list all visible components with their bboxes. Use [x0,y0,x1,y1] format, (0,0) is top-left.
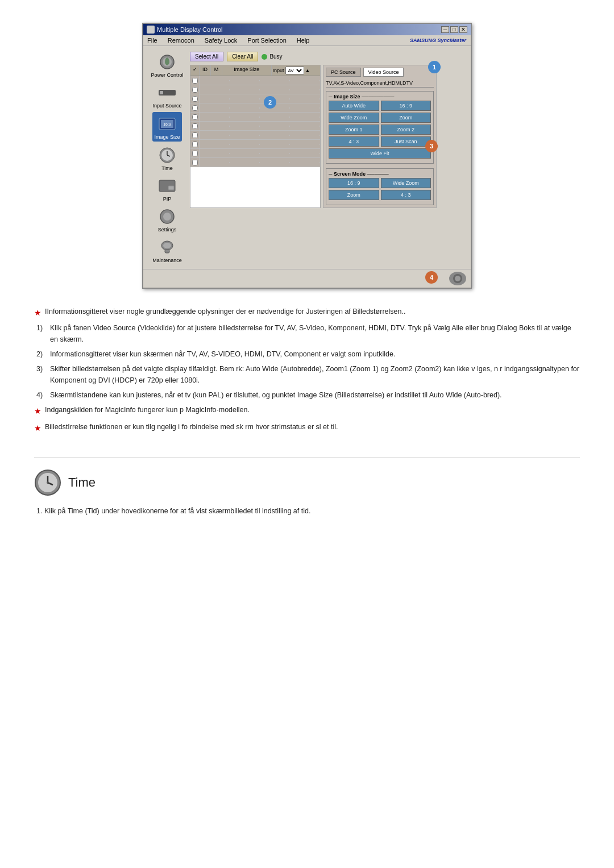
table-row [190,94,320,103]
settings-label: Settings [158,227,177,232]
time-icon [34,469,61,496]
screen-4-3-button[interactable]: 4 : 3 [381,190,432,200]
star-symbol-2: ★ [34,422,42,434]
row-checkbox[interactable] [192,151,198,156]
pc-source-tab[interactable]: PC Source [326,68,361,77]
image-size-buttons: Auto Wide 16 : 9 Wide Zoom Zoom Zoom 1 Z… [329,101,431,159]
row-checkbox[interactable] [192,132,198,138]
row-checkbox[interactable] [192,142,198,147]
busy-dot [262,54,267,60]
table-row [190,113,320,122]
app-window: Multiple Display Control ─ □ ✕ File Remo… [142,23,472,289]
row-checkbox[interactable] [192,123,198,129]
badge-1: 1 [428,61,441,73]
row-checkbox[interactable] [192,87,198,93]
instruction-text-3: Skifter billedstørrelsen på det valgte d… [50,363,580,386]
star-symbol: ★ [34,306,42,319]
image-size-section: ─ Image Size ───────── 3 Auto Wide 16 : … [326,91,434,164]
star-item-2: ★ BilledstIrrelse funktionen er kun tilg… [34,421,580,434]
zoom1-button[interactable]: Zoom 1 [329,124,379,135]
time-label: Time [161,165,173,171]
svg-text:16:9: 16:9 [163,122,171,126]
menu-port-selection[interactable]: Port Selection [246,36,288,44]
status-bar [143,269,471,288]
zoom2-button[interactable]: Zoom 2 [381,124,432,135]
menu-help[interactable]: Help [295,36,312,44]
menu-file[interactable]: File [146,36,159,44]
screen-mode-label: ─ Screen Mode ────── [329,171,431,177]
table-row [190,122,320,131]
ratio-16-9-button[interactable]: 16 : 9 [381,101,432,111]
wide-fit-button[interactable]: Wide Fit [329,148,431,159]
badge-4: 4 [425,271,438,284]
table-row [190,85,320,94]
star-item-1: ★ Indgangskilden for MagicInfo fungerer … [34,404,580,417]
intro-star-item: ★ IInformationsgitteret viser nogle grun… [34,306,580,319]
sidebar-item-time[interactable]: Time [156,144,179,172]
sidebar-item-imagesize[interactable]: 16:9 Image Size [152,112,181,142]
video-source-tab[interactable]: Video Source [363,68,404,77]
pip-icon [157,176,177,196]
time-icon-sidebar [157,145,177,165]
svg-point-16 [163,243,171,248]
time-section: Time 1. Klik på Time (Tid) under hovedik… [34,457,580,517]
row-checkbox[interactable] [192,114,198,120]
svg-point-14 [163,213,171,221]
num-4: 4) [36,389,47,401]
screen-mode-buttons: 16 : 9 Wide Zoom Zoom 4 : 3 [329,178,431,200]
table-row [190,103,320,113]
window-title: Multiple Display Control [157,26,223,33]
num-3: 3) [36,363,47,375]
clear-all-button[interactable]: Clear All [227,52,258,61]
maximize-button[interactable]: □ [450,26,458,33]
app-icon [147,26,155,34]
auto-wide-button[interactable]: Auto Wide [329,101,379,111]
imagesize-label: Image Size [154,134,180,140]
row-checkbox[interactable] [192,96,198,102]
instruction-text-4: Skærmtilstandene kan kun justeres, når e… [50,389,502,401]
maintenance-label: Maintenance [152,258,182,263]
busy-label: Busy [269,53,282,60]
row-checkbox[interactable] [192,78,198,84]
badge-3: 3 [425,140,438,152]
source-tabs: PC Source Video Source [326,68,434,77]
menu-safety-lock[interactable]: Safety Lock [203,36,239,44]
sidebar-item-power[interactable]: Power Control [150,51,184,79]
screen-wide-zoom-button[interactable]: Wide Zoom [381,178,432,188]
minimize-button[interactable]: ─ [441,26,449,33]
maintenance-icon [157,237,177,258]
input-dropdown[interactable]: AV [285,67,304,74]
menu-remocon[interactable]: Remocon [166,36,196,44]
content-area: ✓ ID M Image Size Input AV ▲ [190,65,466,208]
imagesize-icon: 16:9 [157,114,177,134]
sidebar-item-input[interactable]: Input Source [151,81,182,110]
ratio-4-3-button[interactable]: 4 : 3 [329,136,379,147]
wide-zoom-button[interactable]: Wide Zoom [329,113,379,123]
instruction-item-1: 1) Klik på fanen Video Source (Videokild… [34,322,580,345]
svg-point-24 [47,481,49,484]
power-label: Power Control [151,72,183,78]
window-controls: ─ □ ✕ [441,26,467,33]
select-all-button[interactable]: Select All [190,52,223,61]
power-icon [157,52,177,72]
zoom-button[interactable]: Zoom [381,113,432,123]
right-panel: 1 PC Source Video Source TV,AV,S-Video,C… [323,65,437,208]
svg-rect-12 [168,186,174,190]
row-checkbox[interactable] [192,160,198,165]
sidebar-item-pip[interactable]: PIP [156,175,179,203]
just-scan-button[interactable]: Just Scan [381,136,432,147]
num-2: 2) [36,348,47,360]
row-checkbox[interactable] [192,105,198,111]
main-area: Select All Clear All Busy ✓ ID [190,51,466,264]
sidebar-item-maintenance[interactable]: Maintenance [151,236,183,264]
intro-text: IInformationsgitteret viser nogle grundl… [45,306,405,317]
screen-zoom-button[interactable]: Zoom [329,190,379,200]
close-button[interactable]: ✕ [459,26,467,33]
display-table: ✓ ID M Image Size Input AV ▲ [190,65,321,208]
table-row [190,76,320,85]
screen-16-9-button[interactable]: 16 : 9 [329,178,379,188]
table-row [190,140,320,149]
left-sidebar: Power Control Input Source [148,51,186,264]
sidebar-item-settings[interactable]: Settings [156,205,179,234]
col-id: ID [200,65,211,76]
